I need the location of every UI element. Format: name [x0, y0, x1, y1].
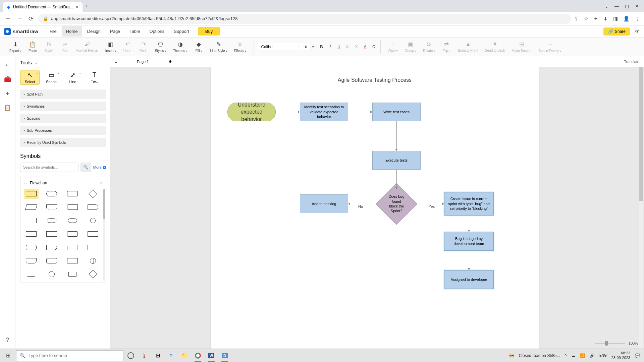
symbol-preparation[interactable] [86, 242, 100, 252]
tool-select[interactable]: ↖Select⌄ [20, 70, 40, 85]
symbol-internal[interactable] [24, 216, 39, 226]
ribbon-export[interactable]: ⬇Export ▾ [6, 40, 25, 54]
symbols-more-link[interactable]: More + [93, 165, 106, 169]
symbol-search-button[interactable]: 🔍 [80, 163, 91, 172]
symbol-category-header[interactable]: ⌄ Flowchart × [24, 180, 103, 185]
connector[interactable] [469, 289, 469, 302]
symbol-rounded[interactable] [65, 189, 80, 199]
symbol-offpage[interactable] [24, 256, 39, 266]
symbol-database[interactable] [44, 216, 59, 226]
tray-chevron-icon[interactable]: ^ [565, 353, 567, 358]
extensions-icon[interactable]: ✦ [594, 16, 598, 22]
bold-button[interactable]: B [319, 45, 324, 49]
connector[interactable] [469, 216, 469, 230]
shape-identify[interactable]: Identify test scenarios to validate expe… [300, 103, 348, 121]
buy-button[interactable]: Buy [198, 27, 220, 36]
tray-wifi-icon[interactable]: 📶 [580, 353, 585, 358]
rail-back-icon[interactable]: ← [5, 62, 10, 68]
shape-assign[interactable]: Assigned to developer [444, 270, 494, 289]
maximize-icon[interactable]: ▢ [625, 4, 629, 9]
menu-table[interactable]: Table [125, 26, 144, 37]
browser-tab[interactable]: ◆ Untitled Document — SmartDra... × [3, 2, 83, 12]
connector[interactable] [469, 251, 469, 268]
strikethrough-button[interactable]: X₂ [345, 45, 350, 49]
connector[interactable] [350, 204, 380, 204]
menu-home[interactable]: Home [62, 26, 82, 37]
symbol-delay[interactable] [44, 242, 59, 252]
page-list-icon[interactable]: ≡ [115, 60, 117, 64]
symbol-terminator[interactable] [44, 189, 59, 199]
taskbar-chrome[interactable] [192, 350, 204, 362]
ribbon-styles[interactable]: ⬠Styles ▾ [152, 40, 170, 54]
accordion-split-path[interactable]: Split Path [20, 89, 106, 99]
share-button[interactable]: 🔗 Share [603, 27, 630, 36]
menu-options[interactable]: Options [145, 26, 168, 37]
traffic-icon[interactable]: 🚧 [509, 353, 514, 358]
taskbar-task-view[interactable]: ⊞ [152, 350, 164, 362]
symbol-document[interactable] [44, 202, 59, 212]
ribbon-fill[interactable]: ◆Fill ▾ [191, 40, 207, 54]
app-logo[interactable]: smartdraw [4, 28, 38, 35]
shape-write[interactable]: Write test cases [372, 103, 421, 121]
tool-shape[interactable]: ▭Shape⌄ [42, 70, 61, 85]
add-page-icon[interactable]: ⊕ [169, 59, 172, 64]
symbol-search-input[interactable] [20, 163, 78, 172]
symbol-loop[interactable] [24, 242, 39, 252]
rail-clipboard-icon[interactable]: 📋 [4, 104, 11, 111]
ribbon-paste[interactable]: 📋Paste [25, 40, 41, 54]
back-button[interactable]: ← [4, 15, 12, 22]
reload-button[interactable]: ⟳ [27, 15, 35, 22]
minimize-icon[interactable]: — [614, 4, 619, 9]
menu-page[interactable]: Page [106, 26, 124, 37]
close-window-icon[interactable]: ✕ [635, 4, 639, 9]
symbol-direct-data[interactable] [65, 216, 80, 226]
shape-create-issue[interactable]: Create issue in current sprint with type… [444, 192, 494, 216]
symbol-predefined[interactable] [65, 202, 80, 212]
tray-volume-icon[interactable]: 🔊 [590, 353, 595, 358]
browser-more-icon[interactable]: ⌄ [605, 4, 608, 9]
tool-text[interactable]: TText [85, 70, 104, 85]
symbol-alternate[interactable] [44, 256, 59, 266]
taskbar-cortana[interactable] [125, 350, 137, 362]
share-page-icon[interactable]: ⇪ [574, 16, 579, 22]
shape-triage[interactable]: Bug is triaged by development team [444, 232, 494, 251]
connector[interactable] [348, 112, 370, 112]
font-size-dropdown-icon[interactable]: ▾ [312, 45, 314, 49]
profile-icon[interactable]: 👤 [623, 16, 630, 22]
connector[interactable] [396, 121, 397, 149]
symbol-process[interactable] [24, 189, 39, 199]
taskbar-clock[interactable]: 08:23 23-09-2023 [611, 351, 630, 360]
accordion-sub-processes[interactable]: Sub-Processes [20, 126, 106, 135]
symbol-tape[interactable] [44, 229, 59, 239]
symbol-data[interactable] [24, 202, 39, 212]
downloads-icon[interactable]: ⬇ [603, 16, 608, 22]
symbol-scrollbar[interactable] [103, 189, 105, 281]
page-tab[interactable]: Page 1 [137, 60, 149, 64]
diagram-title[interactable]: Agile Software Testing Process [211, 77, 539, 83]
page-surface[interactable]: Agile Software Testing Process Understan… [211, 67, 539, 349]
ribbon-insert[interactable]: ◧Insert ▾ [102, 40, 119, 54]
symbol-summing[interactable] [44, 269, 59, 279]
new-tab-button[interactable]: + [85, 3, 88, 9]
menu-support[interactable]: Support [170, 26, 193, 37]
highlight-button[interactable]: Ω [371, 45, 376, 49]
accordion-swimlanes[interactable]: Swimlanes [20, 102, 106, 111]
shape-backlog[interactable]: Add to backlog [300, 194, 348, 213]
zoom-slider[interactable] [595, 343, 625, 344]
underline-button[interactable]: U [336, 45, 341, 49]
taskbar-search[interactable]: 🔍 Type here to search [16, 350, 123, 361]
forward-button[interactable]: → [15, 15, 23, 22]
tool-line[interactable]: ⤢Line⌄ [63, 70, 83, 85]
symbol-sort[interactable] [86, 269, 100, 279]
symbol-connector[interactable] [86, 216, 100, 226]
taskbar-notification[interactable]: Closed road on Sh85... [519, 353, 560, 358]
symbol-merge[interactable] [24, 269, 39, 279]
font-name-input[interactable] [258, 43, 298, 51]
rail-add-icon[interactable]: + [6, 90, 9, 97]
symbol-card[interactable] [24, 229, 39, 239]
ribbon-themes[interactable]: ◑Themes ▾ [170, 40, 191, 54]
canvas[interactable]: Agile Software Testing Process Understan… [110, 67, 644, 349]
bookmark-icon[interactable]: ☆ [584, 16, 588, 22]
connector[interactable] [396, 170, 397, 187]
italic-button[interactable]: I [327, 45, 333, 49]
